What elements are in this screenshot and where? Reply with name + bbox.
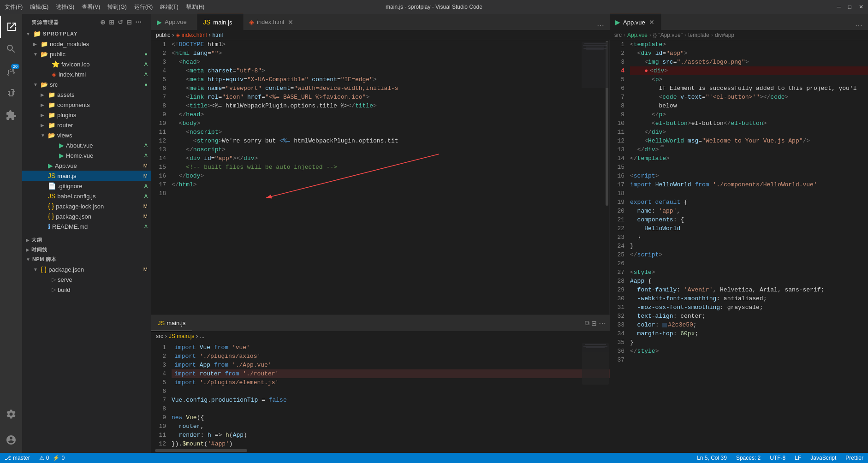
menu-run[interactable]: 运行(R) xyxy=(134,3,153,11)
titlebar-controls[interactable]: ─ □ ✕ xyxy=(837,4,863,10)
activity-debug[interactable] xyxy=(0,82,22,104)
sidebar-title: 资源管理器 xyxy=(31,19,59,26)
tab-close-button[interactable]: ✕ xyxy=(648,18,655,27)
tab-more-button[interactable]: ⋯ xyxy=(591,21,610,30)
branch-item[interactable]: ⎇ master xyxy=(0,453,35,463)
folder-open-icon: 📂 xyxy=(41,51,48,58)
language-item[interactable]: JavaScript xyxy=(806,453,841,463)
right-tab-app-vue[interactable]: ▶ App.vue ✕ xyxy=(610,14,661,30)
layout-icon[interactable]: ⊟ xyxy=(591,320,597,327)
refresh-icon[interactable]: ↺ xyxy=(118,18,124,26)
section-outline[interactable]: ▶ 大纲 xyxy=(22,235,151,245)
section-outline-label: 大纲 xyxy=(31,237,42,243)
tree-src[interactable]: ▼ 📂 src ● xyxy=(22,79,151,89)
tree-favicon[interactable]: ⭐ favicon.ico A xyxy=(22,59,151,69)
formatter-item[interactable]: Prettier xyxy=(841,453,868,463)
menu-view[interactable]: 查看(V) xyxy=(82,3,100,11)
activity-account[interactable] xyxy=(0,429,22,451)
eol-item[interactable]: LF xyxy=(790,453,806,463)
npm-serve[interactable]: ▷ serve xyxy=(22,274,151,285)
bottom-code-area[interactable]: 12345 678910 111213 import Vue from 'vue… xyxy=(151,341,610,453)
tab-more-button[interactable]: ⋯ xyxy=(850,21,868,30)
bottom-tab-mainjs[interactable]: JS main.js xyxy=(151,315,192,331)
activity-source-control[interactable]: 20 xyxy=(0,60,22,82)
cursor-pos[interactable]: Ln 5, Col 39 xyxy=(692,453,731,463)
tab-close-button[interactable]: ✕ xyxy=(287,18,294,27)
tree-readme[interactable]: ℹ README.md A xyxy=(22,221,151,232)
mjs-line-3: import App from './App.vue' xyxy=(172,361,610,369)
tree-views[interactable]: ▼ 📂 views xyxy=(22,130,151,140)
tab-app-vue[interactable]: ▶ App.vue xyxy=(151,14,197,30)
sidebar-header-icons[interactable]: ⊕ ⊞ ↺ ⊟ ⋯ xyxy=(100,18,142,26)
code-scroll[interactable]: 12345 678910 1112131415 161718 <!DOCTYPE… xyxy=(151,40,609,315)
close-button[interactable]: ✕ xyxy=(859,4,863,10)
more-icon[interactable]: ⋯ xyxy=(599,319,606,327)
tree-router[interactable]: ▶ 📁 router xyxy=(22,120,151,130)
tree-index-html[interactable]: ◈ index.html A xyxy=(22,69,151,79)
new-file-icon[interactable]: ⊕ xyxy=(100,18,106,26)
tab-label: App.vue xyxy=(623,19,645,26)
section-npm[interactable]: ▼ NPM 脚本 xyxy=(22,255,151,264)
bc-src[interactable]: src xyxy=(156,333,163,339)
formatter-label: Prettier xyxy=(845,455,863,461)
menu-select[interactable]: 选择(S) xyxy=(56,3,74,11)
collapse-icon[interactable]: ⊟ xyxy=(126,18,132,26)
tree-components[interactable]: ▶ 📁 components xyxy=(22,100,151,110)
run-icon: ▷ xyxy=(52,286,56,293)
titlebar-menu[interactable]: 文件(F) 编辑(E) 选择(S) 查看(V) 转到(G) 运行(R) 终端(T… xyxy=(5,3,204,11)
tab-main-js[interactable]: JS main.js xyxy=(197,14,244,30)
tree-package-lock[interactable]: { } package-lock.json M xyxy=(22,201,151,211)
indent-item[interactable]: Spaces: 2 xyxy=(731,453,765,463)
bc-src[interactable]: src xyxy=(614,32,622,38)
hscroll-thumb[interactable] xyxy=(155,449,247,452)
tree-home-vue[interactable]: ▶ Home.vue A xyxy=(22,150,151,160)
tree-arrow: ▼ xyxy=(41,133,48,138)
activity-explorer[interactable] xyxy=(0,16,22,38)
mjs-line-4: import router from './router' xyxy=(172,369,610,378)
tree-app-vue[interactable]: ▶ App.vue M xyxy=(22,160,151,171)
tab-index-html[interactable]: ◈ index.html ✕ xyxy=(244,14,300,30)
breadcrumb-index[interactable]: ◈ index.html xyxy=(176,32,207,38)
menu-help[interactable]: 帮助(H) xyxy=(186,3,205,11)
bc-divapp[interactable]: div#app xyxy=(715,32,734,38)
tree-plugins[interactable]: ▶ 📁 plugins xyxy=(22,110,151,120)
tree-gitignore[interactable]: 📄 .gitignore A xyxy=(22,181,151,191)
bc-appvue[interactable]: App.vue xyxy=(627,32,648,38)
npm-build[interactable]: ▷ build xyxy=(22,285,151,295)
menu-edit[interactable]: 编辑(E) xyxy=(30,3,48,11)
activity-search[interactable] xyxy=(0,38,22,60)
new-folder-icon[interactable]: ⊞ xyxy=(109,18,115,26)
more-icon[interactable]: ⋯ xyxy=(135,18,142,26)
html-icon: ◈ xyxy=(52,71,57,78)
tree-main-js[interactable]: JS main.js M xyxy=(22,171,151,181)
tree-node-modules[interactable]: ▶ 📁 node_modules xyxy=(22,39,151,49)
tree-package[interactable]: { } package.json M xyxy=(22,211,151,221)
bc-template[interactable]: template xyxy=(688,32,709,38)
encoding-item[interactable]: UTF-8 xyxy=(765,453,790,463)
horizontal-scrollbar[interactable] xyxy=(151,449,610,453)
menu-file[interactable]: 文件(F) xyxy=(5,3,23,11)
breadcrumb-public[interactable]: public xyxy=(156,32,170,38)
tree-arrow: ▶ xyxy=(41,102,48,107)
tree-assets[interactable]: ▶ 📁 assets xyxy=(22,89,151,100)
minimize-button[interactable]: ─ xyxy=(837,4,841,10)
menu-terminal[interactable]: 终端(T) xyxy=(160,3,178,11)
bc-dots[interactable]: ... xyxy=(200,333,204,339)
split-icon[interactable]: ⧉ xyxy=(585,319,589,327)
menu-goto[interactable]: 转到(G) xyxy=(107,3,126,11)
tree-public[interactable]: ▼ 📂 public ● xyxy=(22,49,151,59)
npm-package-json[interactable]: ▼ { } package.json M xyxy=(22,264,151,274)
bc-mainjs[interactable]: JS main.js xyxy=(169,333,194,339)
right-code-area[interactable]: 12345 678910 1112131415 1617181920 21222… xyxy=(610,40,868,453)
tab-label: main.js xyxy=(213,19,232,26)
activity-extensions[interactable] xyxy=(0,104,22,126)
bc-obj[interactable]: {} "App.vue" xyxy=(653,32,683,38)
tree-babel[interactable]: JS babel.config.js A xyxy=(22,191,151,201)
maximize-button[interactable]: □ xyxy=(848,4,851,10)
activity-settings[interactable] xyxy=(0,403,22,425)
section-timeline[interactable]: ▶ 时间线 xyxy=(22,245,151,255)
tree-root[interactable]: ▼ 📁 SPROTPLAY xyxy=(22,29,151,39)
breadcrumb-html[interactable]: html xyxy=(212,32,223,38)
errors-item[interactable]: ⚠ 0 ⚡ 0 xyxy=(35,453,69,463)
tree-about-vue[interactable]: ▶ About.vue A xyxy=(22,140,151,150)
